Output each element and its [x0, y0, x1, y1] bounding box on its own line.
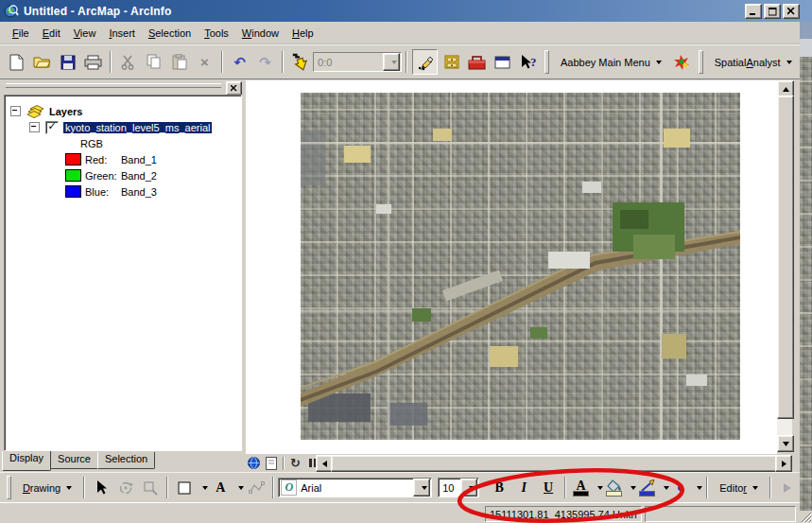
rotate-tool-icon: [114, 476, 137, 499]
font-combo-dropdown[interactable]: [413, 479, 430, 497]
font-color-dropdown[interactable]: [592, 478, 603, 498]
refresh-icon[interactable]: ↻: [287, 456, 303, 471]
toolbar-separator: [283, 457, 285, 470]
tab-display[interactable]: Display: [2, 451, 51, 471]
italic-button[interactable]: I: [512, 476, 535, 499]
toolbar-separator: [221, 51, 223, 73]
font-size-dropdown[interactable]: [460, 479, 477, 497]
edit-tool-arrow-icon: [776, 476, 799, 499]
drawing-menu[interactable]: Drawing: [15, 479, 79, 497]
tab-source[interactable]: Source: [50, 452, 98, 469]
bold-button[interactable]: B: [488, 476, 510, 499]
marker-color-dropdown[interactable]: [691, 478, 702, 498]
command-line-icon[interactable]: [491, 50, 514, 74]
toolbar-separator: [166, 477, 168, 498]
menu-edit[interactable]: Edit: [36, 25, 67, 42]
horizontal-scroll-thumb[interactable]: [331, 455, 777, 472]
scroll-down-icon[interactable]: [777, 435, 794, 452]
text-tool-icon[interactable]: A: [209, 476, 232, 499]
drawing-toolbar: Drawing A O Arial 10 B I U A: [0, 472, 800, 502]
aerial-imagery[interactable]: [301, 93, 740, 440]
line-color-swatch: [639, 491, 655, 497]
toolbar-separator: [564, 477, 566, 498]
font-name-value: Arial: [297, 482, 413, 494]
truetype-font-icon: O: [281, 479, 297, 496]
map-data-view[interactable]: [246, 80, 777, 454]
font-color-swatch: [573, 491, 589, 497]
tool-palette-icon[interactable]: [670, 50, 694, 74]
cut-icon: [116, 50, 140, 74]
fill-color-swatch: [606, 491, 622, 497]
font-color-button[interactable]: A: [570, 478, 592, 498]
menu-view[interactable]: View: [67, 25, 103, 42]
resize-grip[interactable]: [800, 511, 812, 523]
aabbey-main-menu-label: Aabbey Main Menu: [561, 57, 650, 68]
arctoolbox-icon[interactable]: [465, 50, 489, 74]
undo-icon[interactable]: ↶: [228, 50, 251, 74]
map-vertical-scrollbar[interactable]: [777, 80, 792, 452]
menu-insert[interactable]: Insert: [102, 25, 142, 42]
maximize-button[interactable]: [764, 4, 781, 19]
toolbar-separator: [110, 51, 112, 73]
status-message-pane: [2, 506, 480, 522]
text-tool-dropdown[interactable]: [233, 478, 244, 498]
menu-window[interactable]: Window: [235, 25, 285, 42]
fill-color-dropdown[interactable]: [625, 478, 636, 498]
layer-name[interactable]: kyoto_station_level5_ms_aerial: [63, 122, 212, 133]
green-band-swatch: [65, 169, 81, 182]
menu-file[interactable]: File: [6, 25, 36, 42]
toolbar-separator: [282, 51, 284, 73]
font-size-value: 10: [439, 482, 460, 494]
toc-close-icon[interactable]: [226, 81, 242, 96]
editor-menu-label: Edito: [719, 482, 743, 494]
map-coordinates: 15111301.81 4135995.74 Unkn: [490, 509, 637, 520]
select-elements-icon[interactable]: [90, 476, 112, 499]
add-data-icon[interactable]: [288, 50, 312, 74]
layer-visibility-checkbox[interactable]: ✓: [45, 121, 59, 134]
scroll-right-icon[interactable]: [775, 455, 792, 472]
shape-tool-dropdown[interactable]: [197, 478, 208, 498]
toolbar-grip[interactable]: [7, 476, 11, 499]
rectangle-tool-icon[interactable]: [173, 476, 196, 499]
menu-help[interactable]: Help: [285, 25, 320, 42]
aabbey-main-menu[interactable]: Aabbey Main Menu: [553, 54, 669, 71]
toolbar-grip[interactable]: [699, 50, 703, 74]
close-button[interactable]: [783, 4, 800, 19]
line-color-dropdown[interactable]: [658, 478, 669, 498]
paste-icon: [167, 50, 191, 74]
menu-tools[interactable]: Tools: [198, 25, 235, 42]
spatial-analyst-menu[interactable]: Spatial Analyst: [707, 54, 800, 71]
editor-menu[interactable]: Editor: [712, 479, 766, 497]
toc-grip[interactable]: [6, 83, 221, 88]
expand-collapse-icon[interactable]: [29, 122, 40, 132]
arccatalog-icon[interactable]: [440, 50, 463, 74]
new-document-icon[interactable]: [5, 50, 28, 74]
marker-color-button[interactable]: [669, 478, 691, 498]
check-icon: ✓: [47, 120, 56, 132]
font-size-combo[interactable]: 10: [438, 478, 479, 497]
font-combo[interactable]: O Arial: [278, 478, 432, 497]
vertical-scroll-thumb[interactable]: [777, 96, 794, 419]
minimize-button[interactable]: [745, 4, 762, 19]
save-icon[interactable]: [56, 50, 79, 74]
arcmap-app-icon[interactable]: [4, 4, 19, 19]
layers-root-label[interactable]: Layers: [49, 106, 82, 117]
toc-tabs: Display Source Selection: [2, 451, 154, 471]
underline-button[interactable]: U: [537, 476, 560, 499]
expand-collapse-icon[interactable]: [10, 106, 21, 116]
line-color-button[interactable]: [636, 478, 658, 498]
delete-icon: ×: [193, 50, 216, 74]
editor-sketch-tool-icon[interactable]: [412, 49, 438, 75]
map-horizontal-scrollbar[interactable]: [316, 455, 792, 470]
tab-selection[interactable]: Selection: [97, 452, 155, 469]
layout-view-icon[interactable]: [263, 456, 279, 471]
band-value: Band_2: [121, 170, 157, 182]
toolbar-grip[interactable]: [544, 50, 549, 74]
print-icon[interactable]: [81, 50, 105, 74]
open-folder-icon[interactable]: [30, 50, 54, 74]
fill-color-button[interactable]: [603, 478, 625, 498]
whats-this-icon[interactable]: ?: [516, 50, 540, 74]
menu-selection[interactable]: Selection: [142, 25, 198, 42]
data-view-icon[interactable]: [246, 456, 262, 471]
arcmap-window: Untitled - ArcMap - ArcInfo File Edit Vi…: [0, 0, 812, 523]
